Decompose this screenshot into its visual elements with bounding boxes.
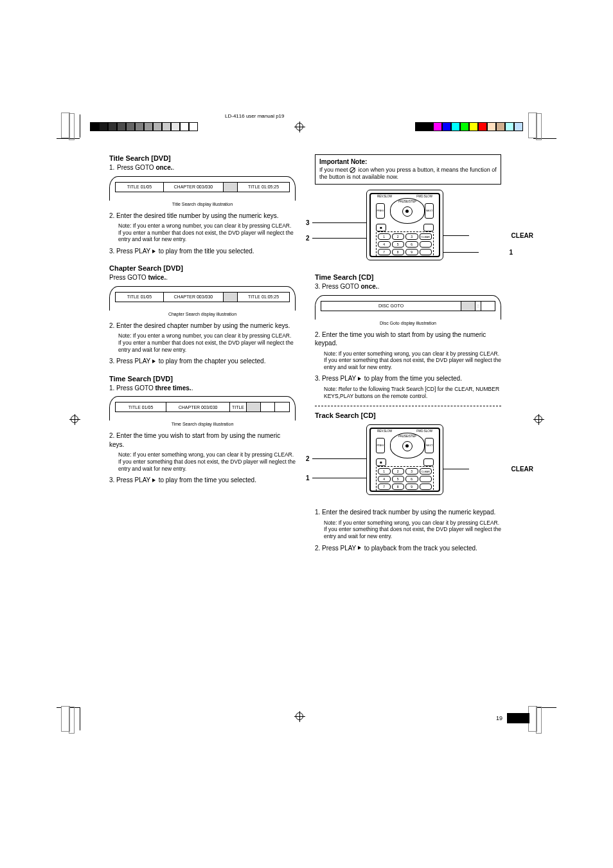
registration-mark-right (535, 415, 542, 423)
title-search-step3: 3. Press PLAY to play from the title you… (109, 247, 296, 256)
chapter-search-heading: Chapter Search [DVD] (109, 264, 296, 272)
title-search-display: TITLE 01/05 CHAPTER 003/030 TITLE 01:05:… (109, 176, 296, 201)
time-search-dvd-heading: Time Search [DVD] (109, 375, 296, 383)
track-search-cd-step1: 1. Enter the desired track number by usi… (315, 508, 501, 517)
time-search-cd-step1: 3. Press GOTO once.. (315, 282, 501, 291)
page-number: 19 (496, 715, 502, 721)
track-search-cd-note: Note: If you enter something wrong, you … (324, 520, 501, 540)
time-search-dvd-note: Note: If you enter something wrong, you … (118, 451, 296, 472)
time-search-dvd-step1: 1. Press GOTO three times.. (109, 384, 296, 393)
time-search-cd-note2: Note: Refer to the following Track Searc… (324, 386, 501, 399)
callout-1b: 1 (306, 475, 310, 482)
title-search-caption: Title Search display illustration (109, 202, 296, 206)
chapter-search-step2: 2. Enter the desired chapter number by u… (109, 321, 296, 330)
registration-mark-bottom (296, 712, 303, 720)
track-search-cd-step2: 2. Press PLAY to playback from the track… (315, 544, 501, 553)
time-search-dvd-caption: Time Search display illustration (109, 422, 296, 426)
callout-1: 1 (509, 249, 513, 256)
track-search-cd-heading: Track Search [CD] (315, 411, 501, 419)
play-icon (358, 545, 362, 552)
registration-mark-left (71, 415, 78, 423)
chapter-search-step3: 3. Press PLAY to play from the chapter y… (109, 357, 296, 366)
callout-clear: CLEAR (511, 232, 533, 239)
section-divider (315, 406, 501, 406)
registration-mark-top (296, 123, 303, 131)
time-search-cd-note1: Note: If you enter something wrong, you … (324, 350, 501, 371)
play-icon (358, 375, 362, 382)
important-note-box: Important Note: If you meet icon when yo… (315, 154, 501, 185)
title-search-step1: 1.1. Press GOTO Press GOTO once.. (109, 163, 296, 172)
time-search-dvd-step3: 3. Press PLAY to play from the time you … (109, 476, 296, 485)
play-icon (152, 357, 157, 365)
callout-2: 2 (306, 235, 310, 242)
grayscale-bar (90, 122, 198, 131)
time-search-cd-caption: Disc Goto display illustration (315, 321, 501, 325)
remote-diagram-bottom: REV.SLOW FWD.SLOW PAUSE/STEP PREV NEXT ■… (315, 424, 501, 502)
chapter-search-display: TITLE 01/05 CHAPTER 003/030 TITLE 01:05:… (109, 286, 296, 311)
title-search-note: Note: If you enter a wrong number, you c… (118, 222, 296, 243)
play-icon (152, 248, 157, 255)
time-search-dvd-step2: 2. Enter the time you wish to start from… (109, 431, 296, 449)
edge-tab (507, 713, 529, 723)
chapter-search-note: Note: If you enter a wrong number, you c… (118, 332, 296, 353)
chapter-search-step1: Press GOTO twice.. (109, 273, 296, 282)
time-search-cd-heading: Time Search [CD] (315, 273, 501, 281)
title-search-heading: Title Search [DVD] (109, 154, 296, 162)
time-search-cd-step3: 3. Press PLAY to play from the time you … (315, 374, 501, 383)
callout-clear-b: CLEAR (511, 466, 533, 473)
play-icon (152, 476, 157, 484)
time-search-cd-step2: 2. Enter the time you wish to start from… (315, 330, 501, 348)
remote-diagram-top: REV.SLOW FWD.SLOW PAUSE/STEP PREV NEXT ■… (315, 190, 501, 267)
prohibit-icon (350, 167, 355, 173)
time-search-dvd-display: TITLE 01/05 CHAPTER 003/030 TITLE (109, 396, 296, 420)
time-search-cd-display: DISC GOTO : (315, 295, 501, 320)
filename-label: LD-4116 user manual p19 (225, 113, 285, 119)
chapter-search-caption: Chapter Search display illustration (109, 312, 296, 316)
color-bar (415, 122, 523, 131)
callout-2b: 2 (306, 455, 310, 462)
title-search-step2: 2. Enter the desired title number by usi… (109, 212, 296, 221)
callout-3: 3 (306, 219, 310, 226)
